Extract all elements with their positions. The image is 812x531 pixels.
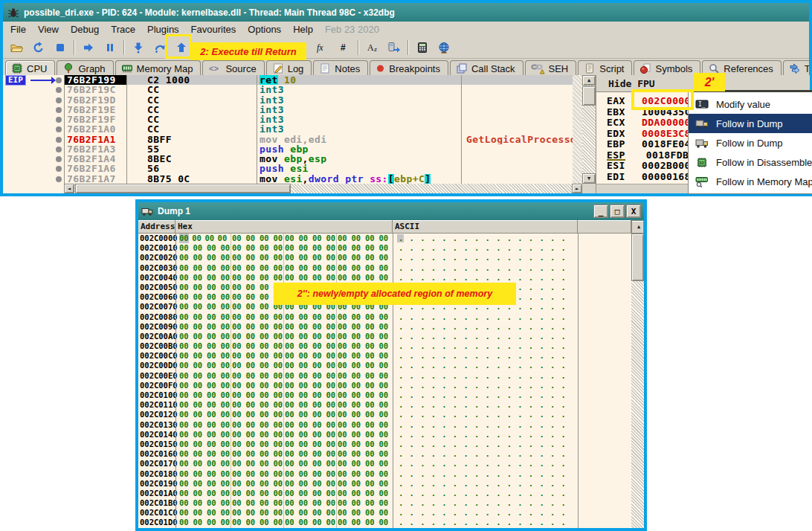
dump-row[interactable]: 002C010000 00 00 0000 00 00 0000 00 00 0… [138,390,631,400]
disasm-row[interactable]: 76B2F1A355push ebp [65,144,573,154]
tab-log[interactable]: Log [266,60,312,76]
disasm-row[interactable]: 76B2F19ECCint3 [65,105,573,115]
scroll-thumb[interactable] [631,234,644,281]
run-button[interactable] [77,38,99,57]
disasm-row[interactable]: 76B2F1A0CCint3 [65,124,573,134]
dump-row[interactable]: 002C00000000000000 00 00 0000 00 00 0000… [138,234,631,243]
scroll-thumb[interactable] [75,184,291,193]
menu-debug[interactable]: Debug [65,22,105,36]
send-button[interactable] [383,38,405,57]
dump-row[interactable]: 002C003000 00 00 0000 00 00 0000 00 00 0… [138,263,631,273]
dump-row[interactable]: 002C00B000 00 00 0000 00 00 0000 00 00 0… [138,341,631,351]
menu-options[interactable]: Options [242,22,287,36]
dump-row[interactable]: 002C01C000 00 00 0000 00 00 0000 00 00 0… [138,508,631,518]
dump-row[interactable]: 002C001000 00 00 0000 00 00 0000 00 00 0… [138,243,631,253]
dump-row[interactable]: 002C016000 00 00 0000 00 00 0000 00 00 0… [138,449,631,459]
dump-row[interactable]: 002C012000 00 00 0000 00 00 0000 00 00 0… [138,410,631,419]
tab-memory-map[interactable]: Memory Map [115,60,202,76]
breakpoint-dot[interactable] [56,77,62,83]
breakpoint-dot[interactable] [56,107,62,113]
tab-script[interactable]: Script [578,60,632,76]
disassembly-view[interactable]: 76B2F199C2 1000ret 1076B2F19CCCint376B2F… [64,75,573,184]
breakpoint-dot[interactable] [56,117,62,123]
dump-row[interactable]: 002C013000 00 00 0000 00 00 0000 00 00 0… [138,420,631,430]
globe-button[interactable] [433,38,454,57]
disasm-row[interactable]: 76B2F1A18BFFmov edi,ediGetLogicalProcess… [65,135,573,144]
context-menu-item-follow-in-memory-map[interactable]: Follow in Memory Map [689,172,812,191]
disasm-horizontal-scrollbar[interactable]: ◄ ► [64,184,582,193]
dump-row[interactable]: 002C009000 00 00 0000 00 00 0000 00 00 0… [138,322,631,332]
scroll-thumb[interactable] [582,86,596,106]
tab-notes[interactable]: Notes [313,60,368,76]
dump-row[interactable]: 002C004000 00 00 0000 00 00 0000 00 00 0… [138,273,631,283]
stop-button[interactable] [49,38,71,57]
disasm-vertical-scrollbar[interactable]: ▲ ▼ [582,75,596,184]
breakpoint-dot[interactable] [56,137,62,143]
tab-symbols[interactable]: Symbols [634,60,700,76]
dump-row[interactable]: 002C018000 00 00 0000 00 00 0000 00 00 0… [138,469,631,479]
hash-button[interactable]: # [333,38,355,57]
open-file-button[interactable] [6,38,28,57]
tab-call-stack[interactable]: Call Stack [450,60,523,76]
dump-vertical-scrollbar[interactable] [631,234,644,528]
close-button[interactable]: X [626,205,641,218]
tab-source[interactable]: <>Source [202,60,264,76]
dump-row[interactable]: 002C019000 00 00 0000 00 00 0000 00 00 0… [138,479,631,489]
scroll-up-button[interactable]: ▲ [582,75,596,86]
context-menu-item-follow-in-dump[interactable]: Follow in Dump [689,114,812,133]
dump-scroll-up-button[interactable]: ▲ [631,220,644,234]
pause-button[interactable] [99,38,120,57]
dump-row[interactable]: 002C01B000 00 00 0000 00 00 0000 00 00 0… [138,498,631,508]
breakpoint-dot[interactable] [56,87,62,93]
menu-view[interactable]: View [32,22,65,36]
dump-row[interactable]: 002C014000 00 00 0000 00 00 0000 00 00 0… [138,430,631,440]
font-button[interactable]: Az [361,38,383,57]
dump-row[interactable]: 002C00D000 00 00 0000 00 00 0000 00 00 0… [138,361,631,370]
disasm-row[interactable]: 76B2F1A656push esi [65,164,573,173]
dump-row[interactable]: 002C011000 00 00 0000 00 00 0000 00 00 0… [138,400,631,410]
fx-button[interactable]: fx [312,38,333,57]
tab-seh[interactable]: SEH [525,60,577,76]
scroll-down-button[interactable]: ▼ [582,173,596,184]
disasm-row[interactable]: 76B2F19DCCint3 [65,95,573,105]
breakpoint-dot[interactable] [56,156,62,162]
scroll-left-button[interactable]: ◄ [64,184,74,193]
dump-row[interactable]: 002C017000 00 00 0000 00 00 0000 00 00 0… [138,459,631,469]
restart-button[interactable] [28,38,49,57]
breakpoint-dot[interactable] [56,176,62,182]
menu-favourites[interactable]: Favourites [185,22,242,36]
disasm-row[interactable]: 76B2F19FCCint3 [65,115,573,124]
maximize-button[interactable]: □ [610,205,625,218]
dump-row[interactable]: 002C015000 00 00 0000 00 00 0000 00 00 0… [138,440,631,449]
tab-cpu[interactable]: 32CPU [5,60,55,76]
tab-graph[interactable]: Graph [57,60,113,76]
dump-row[interactable]: 002C00A000 00 00 0000 00 00 0000 00 00 0… [138,332,631,341]
step-into-button[interactable] [127,38,149,57]
context-menu-item-modify-value[interactable]: I_Modify value [689,94,812,114]
disasm-row[interactable]: 76B2F19CCCint3 [65,85,573,94]
menu-file[interactable]: File [4,22,32,36]
dump-row[interactable]: 002C002000 00 00 0000 00 00 0000 00 00 0… [138,253,631,263]
dump-row[interactable]: 002C00E000 00 00 0000 00 00 0000 00 00 0… [138,371,631,381]
disasm-row[interactable]: 76B2F1A78B75 0Cmov esi,dword ptr ss:[ebp… [65,174,573,184]
tab-breakpoints[interactable]: Breakpoints [370,60,448,76]
context-menu-item-follow-in-dump[interactable]: Follow in Dump [689,133,812,152]
breakpoint-dot[interactable] [56,147,62,152]
minimize-button[interactable]: _ [593,205,608,218]
menu-trace[interactable]: Trace [105,22,141,36]
breakpoint-dot[interactable] [56,97,62,103]
dump-row[interactable]: 002C01D000 00 00 0000 00 00 0000 00 00 0… [138,518,631,527]
dump-hex-view[interactable]: 002C00000000000000 00 00 0000 00 00 0000… [138,234,631,528]
dump-row[interactable]: 002C008000 00 00 0000 00 00 0000 00 00 0… [138,312,631,322]
dump-row[interactable]: 002C00C000 00 00 0000 00 00 0000 00 00 0… [138,351,631,361]
disasm-row[interactable]: 76B2F1A48BECmov ebp,esp [65,154,573,164]
context-menu-item-follow-in-disassembler[interactable]: 32Follow in Disassembler [689,152,812,172]
dump-row[interactable]: 002C00F000 00 00 0000 00 00 0000 00 00 0… [138,381,631,390]
disasm-row[interactable]: 76B2F199C2 1000ret 10 [65,75,573,85]
dump-row[interactable]: 002C01A000 00 00 0000 00 00 0000 00 00 0… [138,489,631,498]
dump-titlebar[interactable]: Dump 1 _□X [138,202,644,220]
calculator-button[interactable] [411,38,433,57]
tab-th[interactable]: Th [783,60,809,76]
breakpoint-dot[interactable] [56,166,62,172]
menu-help[interactable]: Help [287,22,319,36]
